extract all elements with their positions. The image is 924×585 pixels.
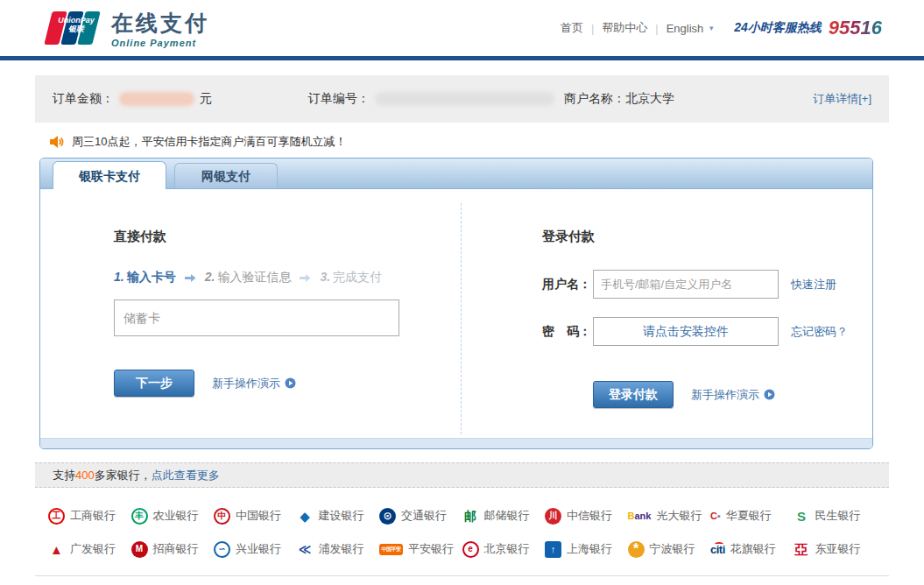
everbright-bank-icon: Bank (628, 508, 652, 525)
caret-down-icon: ▼ (708, 25, 715, 32)
bocom-bank-icon: ⊙ (379, 508, 396, 525)
card-number-input[interactable] (114, 300, 399, 336)
boc-bank-icon: 中 (214, 508, 230, 525)
bank-name: 花旗银行 (730, 541, 776, 557)
citic-bank-icon: 川 (545, 508, 561, 525)
language-label: English (667, 22, 704, 35)
language-dropdown[interactable]: English ▼ (667, 22, 716, 35)
payment-panel: 银联卡支付 网银支付 直接付款 1.输入卡号 2.输入验证信息 3.完成支付 下… (39, 158, 873, 449)
bank-item: S民生银行 (794, 504, 877, 528)
site-subtitle: Online Payment (111, 38, 209, 48)
username-label: 用户名： (542, 277, 593, 292)
header-divider (0, 56, 924, 60)
bank-item: e北京银行 (462, 537, 546, 561)
bank-name: 中国银行 (236, 508, 281, 524)
icbc-bank-icon: 工 (48, 508, 65, 525)
nav-help-link[interactable]: 帮助中心 (602, 20, 647, 36)
bank-of-beijing-icon: e (462, 541, 479, 558)
password-input[interactable] (593, 317, 779, 346)
supported-banks-bar: 支持 400 多家银行， 点此查看更多 (35, 462, 889, 488)
bank-item: ∽兴业银行 (214, 537, 297, 561)
bank-name: 建设银行 (319, 508, 364, 524)
logo-wordmark: UnionPay 银联 (50, 17, 102, 34)
bank-name: 农业银行 (153, 508, 199, 524)
bank-name: 兴业银行 (236, 541, 281, 557)
bea-bank-icon: 亞 (794, 541, 810, 558)
spdb-bank-icon: ≪ (297, 541, 314, 558)
promo-notice-text: 周三10点起，平安信用卡指定商户满百可享随机立减！ (72, 134, 346, 150)
bank-name: 招商银行 (153, 541, 199, 557)
order-summary-bar: 订单金额： 元 订单编号： 商户名称： 北京大学 订单详情[+] (35, 75, 889, 123)
password-label: 密 码： (542, 324, 593, 340)
bank-item: 亞东亚银行 (794, 537, 877, 561)
bank-item: 川中信银行 (545, 504, 628, 528)
support-suffix: 多家银行， (95, 468, 152, 483)
bank-item: *宁波银行 (628, 537, 711, 561)
login-pay-section: 登录付款 用户名： 快速注册 密 码： 忘记密码？ 登录付款 新手操作演示 (462, 189, 872, 438)
hotline-number: 95516 (829, 17, 882, 39)
direct-demo-link[interactable]: 新手操作演示 (212, 376, 296, 391)
tab-unionpay-card[interactable]: 银联卡支付 (53, 161, 166, 189)
bank-name: 上海银行 (567, 541, 612, 557)
bank-name: 中信银行 (567, 508, 612, 524)
bank-name: 民生银行 (815, 508, 861, 524)
order-details-link[interactable]: 订单详情[+] (813, 91, 871, 107)
bank-name: 广发银行 (70, 541, 116, 557)
panel-footer-strip (40, 438, 872, 448)
bank-item: 工工商银行 (48, 504, 131, 528)
next-step-button[interactable]: 下一步 (114, 370, 194, 397)
bank-of-ningbo-icon: * (628, 541, 645, 558)
cmb-bank-icon: M (131, 541, 148, 558)
merchant-label: 商户名称： (564, 91, 625, 107)
unionpay-logo: UnionPay 银联 在线支付 Online Payment (48, 9, 209, 48)
citi-bank-icon: citi (710, 541, 725, 558)
bank-item: Bank光大银行 (628, 504, 711, 528)
view-more-banks-link[interactable]: 点此查看更多 (152, 468, 220, 483)
nav-separator: | (655, 22, 658, 35)
order-number-label: 订单编号： (308, 91, 370, 107)
demo-link-label: 新手操作演示 (691, 387, 759, 403)
nav-home-link[interactable]: 首页 (561, 20, 583, 36)
username-input[interactable] (593, 270, 779, 299)
header-nav: 首页 | 帮助中心 | English ▼ 24小时客服热线 95516 (561, 17, 882, 39)
bank-of-shanghai-icon: ↑ (545, 541, 561, 558)
bank-item: M招商银行 (131, 537, 215, 561)
step-verify-info: 2.输入验证信息 (205, 270, 292, 285)
abc-bank-icon: 丰 (131, 508, 148, 525)
cgb-bank-icon: ▲ (48, 541, 65, 558)
bank-name: 交通银行 (401, 508, 447, 524)
promo-notice: 周三10点起，平安信用卡指定商户满百可享随机立减！ (35, 134, 889, 150)
pingan-bank-icon: 中国平安 (379, 544, 403, 555)
forgot-password-link[interactable]: 忘记密码？ (791, 324, 848, 340)
bank-item: 丰农业银行 (131, 504, 215, 528)
support-prefix: 支持 (53, 468, 75, 483)
order-amount-unit: 元 (200, 91, 212, 107)
bank-name: 华夏银行 (726, 508, 772, 524)
play-icon (764, 389, 775, 400)
bank-name: 工商银行 (70, 508, 116, 524)
bank-count: 400 (75, 469, 95, 482)
step-enter-card: 1.输入卡号 (114, 270, 176, 285)
header: UnionPay 银联 在线支付 Online Payment 首页 | 帮助中… (0, 0, 924, 56)
direct-pay-title: 直接付款 (114, 229, 435, 245)
minsheng-bank-icon: S (794, 508, 810, 525)
bank-item: 中国平安平安银行 (379, 537, 462, 561)
tab-online-banking[interactable]: 网银支付 (174, 163, 278, 188)
bank-grid: 工工商银行丰农业银行中中国银行◆建设银行⊙交通银行邮邮储银行川中信银行Bank光… (35, 504, 889, 561)
login-pay-button[interactable]: 登录付款 (593, 381, 674, 408)
bank-item: 中中国银行 (214, 504, 297, 528)
play-icon (285, 377, 296, 389)
ccb-bank-icon: ◆ (297, 508, 314, 525)
order-amount-label: 订单金额： (53, 91, 114, 107)
order-number-redacted (375, 92, 554, 106)
quick-register-link[interactable]: 快速注册 (791, 277, 836, 292)
login-demo-link[interactable]: 新手操作演示 (691, 387, 775, 403)
logo-wordmark-cn: 银联 (50, 25, 102, 34)
direct-pay-section: 直接付款 1.输入卡号 2.输入验证信息 3.完成支付 下一步 新手操作演示 (40, 189, 462, 438)
unionpay-logo-icon: UnionPay 银联 (48, 11, 102, 46)
speaker-icon (50, 136, 65, 148)
page-bottom-divider (35, 575, 889, 582)
bank-item: 邮邮储银行 (462, 504, 546, 528)
login-pay-title: 登录付款 (542, 229, 855, 245)
bank-item: ↑上海银行 (545, 537, 628, 561)
